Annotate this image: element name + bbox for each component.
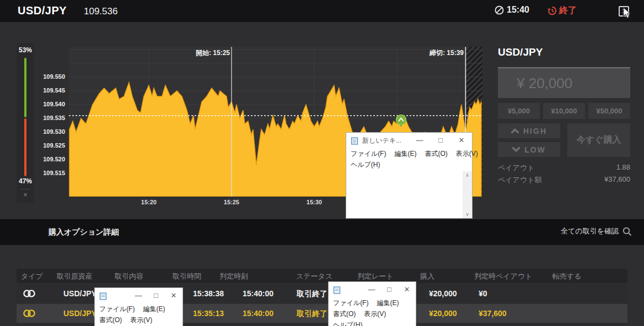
pair-type-icon <box>22 289 36 298</box>
payout-amount-label: ペイアウト額 <box>498 175 542 185</box>
notepad-text-area[interactable]: ∧ ∨ <box>346 171 472 218</box>
menu-help[interactable]: ヘルプ(H) <box>351 160 380 170</box>
details-bar: 購入オプション詳細 全ての取引を確認 <box>0 219 644 245</box>
notepad-menubar: ファイル(F) 編集(E) 書式(O) 表示(V) ヘルプ(H) <box>346 148 472 171</box>
menu-file[interactable]: ファイル(F) <box>351 149 386 159</box>
maximize-button[interactable]: □ <box>430 133 451 148</box>
preset-50000-button[interactable]: ¥50,000 <box>588 103 630 119</box>
y-tick-label: 109.540 <box>31 101 65 107</box>
x-tick-label: 15:25 <box>215 199 248 205</box>
menu-view[interactable]: 表示(V) <box>130 316 152 325</box>
trading-app-screen: USD/JPY 109.536 15:40 終了 1 53% 47% × <box>0 0 644 326</box>
minimize-button[interactable]: — <box>363 282 380 297</box>
gauge-divider <box>20 189 30 189</box>
notepad-window-bottom-middle[interactable]: — □ ✕ ファイル(F) 編集(E) 書式(O) 表示(V) ヘルプ(H) <box>328 281 416 326</box>
notepad-titlebar[interactable]: 新しいテキ... — □ ✕ <box>346 133 472 148</box>
notepad-icon <box>332 285 341 294</box>
notepad-icon <box>99 291 108 300</box>
col-judge-payout: 判定時ペイアウト <box>474 271 533 281</box>
y-tick-label: 109.530 <box>31 128 65 135</box>
menu-format[interactable]: 書式(O) <box>425 149 447 159</box>
end-history-icon <box>548 6 557 15</box>
high-button[interactable]: HIGH <box>498 123 560 138</box>
high-percent: 53% <box>17 46 34 54</box>
notepad-titlebar[interactable]: — □ ✕ <box>95 288 183 303</box>
col-judge-rate: 判定レート <box>357 271 394 281</box>
deadline-time-label: 締切: 15:39 <box>403 48 464 58</box>
preset-10000-button[interactable]: ¥10,000 <box>543 103 585 119</box>
y-tick-label: 109.520 <box>31 156 65 162</box>
cell-payout: ¥37,600 <box>479 309 507 318</box>
cell-asset: USD/JPY <box>63 309 96 318</box>
minimize-button[interactable]: — <box>409 133 430 148</box>
payout-row: ペイアウト 1.88 <box>498 163 630 173</box>
cell-purchase: ¥20,000 <box>429 309 457 318</box>
notepad-window-chart[interactable]: 新しいテキ... — □ ✕ ファイル(F) 編集(E) 書式(O) 表示(V)… <box>346 132 473 219</box>
scroll-down-icon[interactable]: ∨ <box>465 210 469 218</box>
notepad-icon <box>350 136 359 145</box>
top-bar: USD/JPY 109.536 15:40 終了 1 <box>0 0 644 22</box>
session-end: 終了 <box>548 5 577 17</box>
maximize-button[interactable]: □ <box>147 288 165 303</box>
col-content: 取引内容 <box>115 271 143 281</box>
cell-status: 取引終了 <box>297 289 328 299</box>
menu-format[interactable]: 書式(O) <box>99 316 122 325</box>
menu-view[interactable]: 表示(V) <box>364 309 386 319</box>
view-all-trades-link[interactable]: 全ての取引を確認 <box>561 226 632 236</box>
gauge-close-button[interactable]: × <box>17 191 34 199</box>
start-time-label: 開始: 15:25 <box>169 48 230 58</box>
notepad-menubar: ファイル(F) 編集(E) 書式(O) 表示(V) <box>95 303 183 326</box>
session-clock: 15:40 <box>495 5 529 15</box>
mouse-cursor <box>623 7 631 19</box>
notepad-scrollbar[interactable]: ∧ ∨ <box>463 171 472 218</box>
cell-time: 15:35:13 <box>193 309 224 318</box>
close-button[interactable]: ✕ <box>398 282 416 297</box>
menu-file[interactable]: ファイル(F) <box>99 305 135 314</box>
payout-label: ペイアウト <box>498 163 535 173</box>
menu-edit[interactable]: 編集(E) <box>377 298 399 308</box>
low-button[interactable]: LOW <box>498 142 560 157</box>
current-price: 109.536 <box>84 6 117 17</box>
buy-now-button[interactable]: 今すぐ購入 <box>567 123 630 157</box>
sentiment-gauge: 53% 47% × <box>17 43 34 203</box>
cell-judge-time: 15:40:00 <box>243 309 273 318</box>
menu-view[interactable]: 表示(V) <box>456 149 478 159</box>
col-resell: 転売する <box>552 271 582 281</box>
cell-asset: USD/JPY <box>63 289 96 298</box>
chevron-up-icon <box>511 128 519 133</box>
trades-table-header: タイプ 取引原資産 取引内容 取引時間 判定時刻 ステータス 判定レート 購入 … <box>17 269 627 283</box>
cell-payout: ¥0 <box>479 289 487 298</box>
low-label: LOW <box>524 145 546 154</box>
scroll-up-icon[interactable]: ∧ <box>465 171 469 179</box>
y-tick-label: 109.545 <box>31 87 65 94</box>
minimize-button[interactable]: — <box>130 288 147 303</box>
pair-type-icon <box>22 309 36 318</box>
panel-pair-title: USD/JPY <box>498 46 543 58</box>
col-purchase: 購入 <box>420 271 434 281</box>
menu-file[interactable]: ファイル(F) <box>333 298 368 308</box>
amount-presets: ¥5,000 ¥10,000 ¥50,000 <box>498 103 630 119</box>
col-asset: 取引原資産 <box>57 271 93 281</box>
amount-input[interactable]: ¥ 20,000 <box>498 67 630 98</box>
col-type: タイプ <box>21 271 43 281</box>
no-entry-icon <box>495 6 504 15</box>
menu-edit[interactable]: 編集(E) <box>394 149 416 159</box>
close-button[interactable]: ✕ <box>165 288 183 303</box>
col-judge-time: 判定時刻 <box>219 271 248 281</box>
preset-5000-button[interactable]: ¥5,000 <box>498 103 540 119</box>
menu-format[interactable]: 書式(O) <box>333 309 356 319</box>
y-tick-label: 109.525 <box>31 142 65 149</box>
close-button[interactable]: ✕ <box>451 133 472 148</box>
notepad-menubar: ファイル(F) 編集(E) 書式(O) 表示(V) ヘルプ(H) <box>329 297 416 326</box>
search-icon <box>622 227 632 236</box>
low-gauge-bar <box>24 118 26 176</box>
menu-edit[interactable]: 編集(E) <box>143 305 165 314</box>
notepad-window-bottom-left[interactable]: — □ ✕ ファイル(F) 編集(E) 書式(O) 表示(V) <box>94 287 183 326</box>
end-label: 終了 <box>559 5 577 17</box>
menu-help[interactable]: ヘルプ(H) <box>333 320 363 326</box>
notepad-titlebar[interactable]: — □ ✕ <box>329 282 416 297</box>
cell-status: 取引終了 <box>297 309 328 319</box>
chevron-down-icon <box>512 147 520 152</box>
cell-time: 15:38:38 <box>193 289 224 298</box>
maximize-button[interactable]: □ <box>380 282 398 297</box>
